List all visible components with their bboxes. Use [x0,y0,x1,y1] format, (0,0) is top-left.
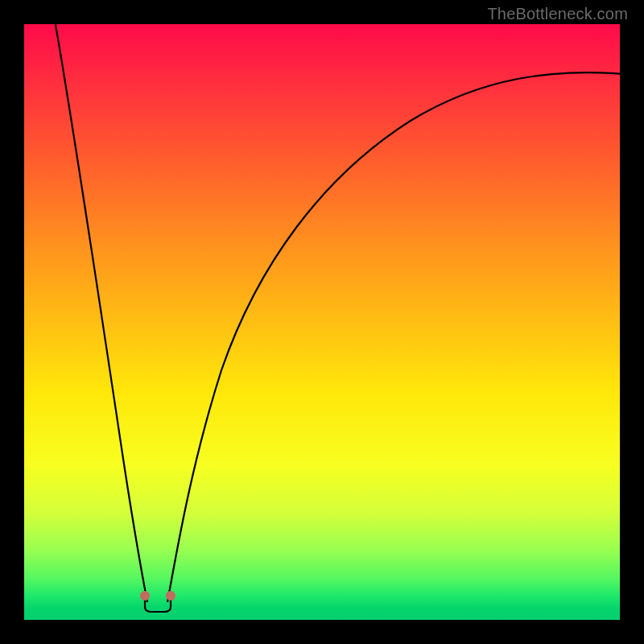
chart-frame [24,24,620,620]
watermark-text: TheBottleneck.com [487,5,628,23]
curve-left-branch [55,24,147,602]
bottleneck-curve [24,24,620,620]
optimal-range-marker-left [140,591,150,601]
curve-right-branch [167,72,620,602]
optimal-range-marker-right [166,591,175,601]
